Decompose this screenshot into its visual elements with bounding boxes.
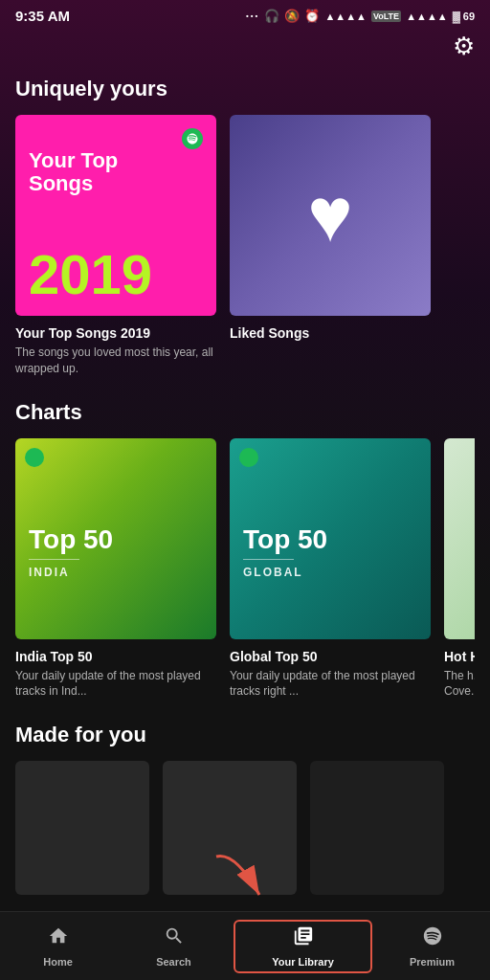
india-top-label: Top 50 xyxy=(29,526,113,553)
global-top50-desc: Your daily update of the most played tra… xyxy=(230,668,431,701)
india-top50-label: India Top 50 xyxy=(15,649,216,664)
nav-search[interactable]: Search xyxy=(116,918,232,975)
chart-divider-india xyxy=(29,559,79,560)
status-icons: ••• 🎧 🔕 ⏰ ▲▲▲▲ VoLTE ▲▲▲▲ ▓ 69 xyxy=(246,9,475,23)
chart-spotify-logo-india xyxy=(25,448,44,467)
hot-hits-label: Hot H xyxy=(444,649,475,664)
india-top50-card[interactable]: Top 50 INDIA India Top 50 Your daily upd… xyxy=(15,438,216,701)
global-top50-label: Global Top 50 xyxy=(230,649,431,664)
hot-hits-card[interactable]: Hot H The h... Cove... xyxy=(444,438,475,701)
battery-icon: ▓ 69 xyxy=(453,11,475,22)
nav-home[interactable]: Home xyxy=(0,918,116,975)
global-top-label: Top 50 xyxy=(243,526,327,553)
signal2-icon: ▲▲▲▲ xyxy=(406,11,448,22)
alarm-icon: ⏰ xyxy=(304,9,320,23)
premium-label: Premium xyxy=(410,956,455,968)
signal-dots: ••• xyxy=(246,11,259,20)
liked-songs-image: ♥ xyxy=(230,115,431,316)
top-songs-desc: The songs you loved most this year, all … xyxy=(15,345,216,377)
hot-hits-desc: The h... Cove... xyxy=(444,668,475,701)
uniquely-yours-section: Uniquely yours Your TopSongs xyxy=(0,69,490,385)
uniquely-yours-title: Uniquely yours xyxy=(15,77,475,101)
top-songs-image: Your TopSongs 2019 xyxy=(15,115,216,316)
header: ⚙ xyxy=(0,28,490,69)
spotify-logo-small xyxy=(182,128,203,149)
home-label: Home xyxy=(43,956,73,968)
volte-icon: VoLTE xyxy=(371,11,401,22)
chart-divider-global xyxy=(243,559,294,560)
chart-spotify-logo-global xyxy=(239,448,258,467)
signal-icon: ▲▲▲▲ xyxy=(324,11,367,22)
charts-section: Charts Top 50 INDIA India Top 50 Your da… xyxy=(0,385,490,708)
liked-songs-card[interactable]: ♥ Liked Songs xyxy=(230,115,431,377)
made-for-you-title: Made for you xyxy=(15,723,475,747)
heart-icon: ♥ xyxy=(307,171,353,259)
library-icon xyxy=(293,925,314,952)
made-card-2[interactable] xyxy=(163,761,297,895)
status-bar: 9:35 AM ••• 🎧 🔕 ⏰ ▲▲▲▲ VoLTE ▲▲▲▲ ▓ 69 xyxy=(0,0,490,28)
home-icon xyxy=(48,925,69,952)
made-card-1[interactable] xyxy=(15,761,149,895)
uniquely-yours-cards: Your TopSongs 2019 Your Top Songs 2019 T… xyxy=(15,115,475,385)
search-label: Search xyxy=(156,956,191,968)
india-top50-image: Top 50 INDIA xyxy=(15,438,216,639)
nav-library[interactable]: Your Library xyxy=(234,920,372,973)
india-sub-label: INDIA xyxy=(29,566,113,579)
top-songs-card[interactable]: Your TopSongs 2019 Your Top Songs 2019 T… xyxy=(15,115,216,377)
top-songs-label: Your Top Songs 2019 xyxy=(15,325,216,341)
global-sub-label: GLOBAL xyxy=(243,566,327,579)
headphone-icon: 🎧 xyxy=(264,9,279,23)
liked-songs-label: Liked Songs xyxy=(230,325,431,341)
search-icon xyxy=(164,925,185,952)
top-songs-year: 2019 xyxy=(29,247,203,302)
status-time: 9:35 AM xyxy=(15,8,70,24)
charts-cards-row: Top 50 INDIA India Top 50 Your daily upd… xyxy=(15,438,475,708)
settings-icon[interactable]: ⚙ xyxy=(453,32,475,61)
top-songs-title-text: Your TopSongs xyxy=(29,149,203,195)
nav-premium[interactable]: Premium xyxy=(374,918,490,975)
bell-icon: 🔕 xyxy=(284,9,300,23)
made-for-you-section: Made for you xyxy=(0,707,490,902)
global-top50-image: Top 50 GLOBAL xyxy=(230,438,431,639)
bottom-nav: Home Search Your Library Premium xyxy=(0,911,490,980)
made-for-you-cards xyxy=(15,761,475,902)
library-label: Your Library xyxy=(272,956,334,968)
made-card-3[interactable] xyxy=(310,761,444,895)
spotify-icon xyxy=(422,925,443,952)
india-top50-desc: Your daily update of the most played tra… xyxy=(15,668,216,701)
global-top50-card[interactable]: Top 50 GLOBAL Global Top 50 Your daily u… xyxy=(230,438,431,701)
charts-title: Charts xyxy=(15,400,475,425)
hot-hits-image xyxy=(444,438,475,639)
